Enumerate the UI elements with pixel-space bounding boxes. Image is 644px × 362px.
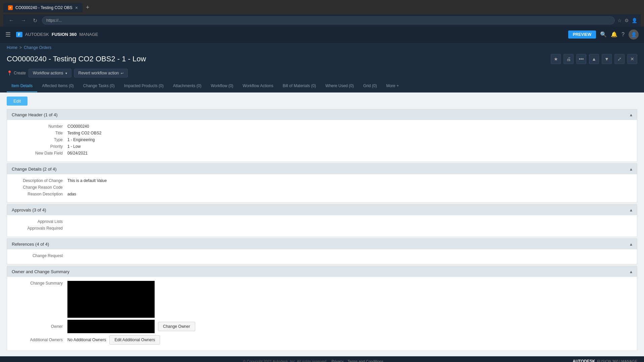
- print-button[interactable]: 🖨: [564, 54, 574, 64]
- footer-privacy-link[interactable]: Privacy: [331, 359, 343, 362]
- tab-item-details[interactable]: Item Details: [7, 80, 37, 92]
- owner-label: Owner: [14, 324, 67, 329]
- desc-change-label: Description of Change: [14, 178, 67, 183]
- content-area: Edit Change Header (1 of 4) ▴ Number CO0…: [0, 93, 644, 356]
- breadcrumb: Home > Change Orders: [0, 43, 644, 53]
- app-container: ☰ F AUTODESK FUSION 360 MANAGE PREVIEW 🔍…: [0, 26, 644, 362]
- tab-attachments[interactable]: Attachments (0): [168, 80, 206, 92]
- edit-additional-owners-button[interactable]: Edit Additional Owners: [109, 335, 160, 345]
- tab-impacted-products[interactable]: Impacted Products (0): [119, 80, 168, 92]
- change-header-collapse-icon: ▴: [630, 112, 632, 117]
- change-summary-editor[interactable]: [67, 281, 155, 318]
- back-button[interactable]: ←: [7, 17, 16, 24]
- browser-controls: ← → ↻ https://... ☆ ⚙ 👤: [3, 14, 641, 26]
- toolbar: 📍 Create Workflow actions ▾ Revert workf…: [0, 67, 644, 80]
- change-header-section: Change Header (1 of 4) ▴ Number CO000024…: [7, 109, 637, 162]
- search-icon[interactable]: 🔍: [600, 31, 607, 38]
- tab-grid[interactable]: Grid (0): [359, 80, 382, 92]
- preview-button[interactable]: PREVIEW: [568, 31, 596, 39]
- star-button[interactable]: ★: [551, 54, 561, 64]
- help-icon[interactable]: ?: [622, 32, 625, 38]
- extension-icon[interactable]: ⚙: [625, 18, 629, 23]
- brand-prefix: AUTODESK: [25, 32, 49, 37]
- field-number: Number CO0000240: [14, 124, 630, 129]
- up-button[interactable]: ▲: [589, 54, 599, 64]
- new-tab-button[interactable]: +: [83, 3, 92, 12]
- tab-close-button[interactable]: ×: [75, 5, 78, 10]
- bell-icon[interactable]: 🔔: [611, 31, 618, 38]
- tab-change-tasks[interactable]: Change Tasks (0): [78, 80, 119, 92]
- change-header-toggle[interactable]: Change Header (1 of 4) ▴: [7, 109, 637, 120]
- tabs-bar: Item Details Affected Items (0) Change T…: [0, 80, 644, 93]
- field-priority: Priority 1 - Low: [14, 144, 630, 149]
- user-avatar[interactable]: 👤: [629, 29, 639, 40]
- change-details-title: Change Details (2 of 4): [12, 167, 57, 172]
- approvals-section: Approvals (3 of 4) ▴ Approval Lists Appr…: [7, 204, 637, 237]
- field-change-request: Change Request: [14, 253, 630, 258]
- field-reason-desc: Reason Description adas: [14, 192, 630, 196]
- active-tab[interactable]: F CO0000240 - Testing CO2 OBS ×: [3, 3, 83, 12]
- forward-button[interactable]: →: [19, 17, 28, 24]
- browser-tabs: F CO0000240 - Testing CO2 OBS × +: [3, 3, 641, 12]
- desc-change-value: This is a default Value: [67, 178, 107, 183]
- workflow-actions-button[interactable]: Workflow actions ▾: [29, 69, 71, 77]
- field-approvals-required: Approvals Required: [14, 226, 630, 231]
- change-owner-button[interactable]: Change Owner: [158, 322, 195, 331]
- footer: © Copyright 2021 Autodesk, Inc. All righ…: [0, 356, 644, 362]
- down-button[interactable]: ▼: [602, 54, 612, 64]
- bookmark-icon[interactable]: ☆: [618, 18, 622, 23]
- browser-chrome: F CO0000240 - Testing CO2 OBS × + ← → ↻ …: [0, 0, 644, 26]
- footer-terms-link[interactable]: Terms and Conditions: [347, 359, 383, 362]
- footer-brand: AUTODESK FUSION 360 | MANAGE: [573, 359, 637, 362]
- priority-value: 1 - Low: [67, 144, 80, 149]
- more-button[interactable]: •••: [576, 54, 586, 64]
- tab-where-used[interactable]: Where Used (0): [321, 80, 359, 92]
- title-label: Title: [14, 131, 67, 135]
- type-label: Type: [14, 137, 67, 142]
- owner-thumbnail: [67, 320, 155, 333]
- change-header-title: Change Header (1 of 4): [12, 112, 58, 117]
- breadcrumb-home[interactable]: Home: [7, 45, 17, 50]
- change-details-section: Change Details (2 of 4) ▴ Description of…: [7, 163, 637, 203]
- edit-button[interactable]: Edit: [7, 97, 28, 106]
- tab-more[interactable]: More +: [381, 80, 404, 92]
- breadcrumb-change-orders[interactable]: Change Orders: [24, 45, 51, 50]
- owner-summary-toggle[interactable]: Owner and Change Summary ▴: [7, 266, 637, 277]
- revert-workflow-icon: ↩: [121, 71, 123, 75]
- approvals-toggle[interactable]: Approvals (3 of 4) ▴: [7, 204, 637, 215]
- approval-lists-label: Approval Lists: [14, 219, 67, 224]
- hamburger-menu[interactable]: ☰: [5, 31, 11, 38]
- address-bar[interactable]: https://...: [42, 16, 615, 24]
- close-button[interactable]: ✕: [627, 54, 637, 64]
- additional-owners-label: Additional Owners: [14, 338, 67, 342]
- field-type: Type 1 - Engineering: [14, 137, 630, 142]
- change-details-body: Description of Change This is a default …: [7, 174, 637, 202]
- tab-workflow[interactable]: Workflow (0): [206, 80, 238, 92]
- tab-workflow-actions[interactable]: Workflow Actions: [238, 80, 278, 92]
- priority-label: Priority: [14, 144, 67, 149]
- field-additional-owners: Additional Owners No Additional Owners E…: [14, 335, 630, 345]
- footer-center: © Copyright 2021 Autodesk, Inc. All righ…: [54, 359, 573, 362]
- date-value: 06/24/2021: [67, 151, 88, 156]
- approvals-title: Approvals (3 of 4): [12, 207, 46, 213]
- top-nav: ☰ F AUTODESK FUSION 360 MANAGE PREVIEW 🔍…: [0, 26, 644, 43]
- references-toggle[interactable]: References (4 of 4) ▴: [7, 239, 637, 249]
- revert-workflow-button[interactable]: Revert workflow action ↩: [74, 69, 128, 77]
- profile-icon[interactable]: 👤: [632, 18, 637, 23]
- refresh-button[interactable]: ↻: [31, 17, 39, 24]
- top-nav-right: PREVIEW 🔍 🔔 ? 👤: [568, 29, 639, 40]
- references-body: Change Request: [7, 249, 637, 264]
- reason-desc-label: Reason Description: [14, 192, 67, 196]
- revert-workflow-label: Revert workflow action: [78, 71, 119, 75]
- expand-button[interactable]: ⤢: [614, 54, 625, 64]
- page-title: CO0000240 - Testing CO2 OBS2 - 1 - Low: [7, 55, 146, 63]
- page-header: CO0000240 - Testing CO2 OBS2 - 1 - Low ★…: [0, 53, 644, 67]
- tab-bom[interactable]: Bill of Materials (0): [278, 80, 321, 92]
- change-details-toggle[interactable]: Change Details (2 of 4) ▴: [7, 164, 637, 174]
- references-title: References (4 of 4): [12, 242, 49, 247]
- change-header-body: Number CO0000240 Title Testing CO2 OBS2 …: [7, 120, 637, 162]
- tab-affected-items[interactable]: Affected Items (0): [37, 80, 78, 92]
- references-section: References (4 of 4) ▴ Change Request: [7, 238, 637, 264]
- change-details-collapse-icon: ▴: [630, 166, 632, 172]
- approvals-collapse-icon: ▴: [630, 207, 632, 213]
